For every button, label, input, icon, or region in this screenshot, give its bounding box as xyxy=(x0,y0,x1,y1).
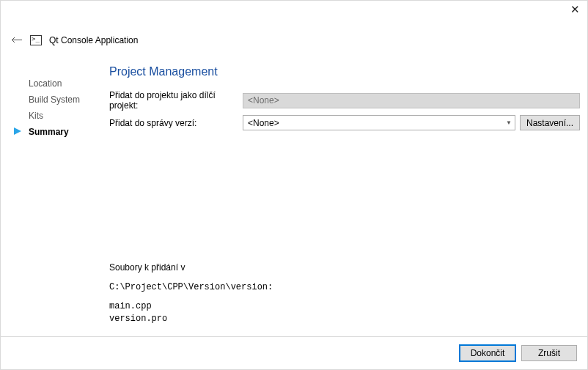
step-build-system: Build System xyxy=(29,92,102,108)
subproject-value: <None> xyxy=(248,95,279,106)
subproject-combo: <None> ▼ xyxy=(243,93,580,108)
body: Location Build System Kits Summary Proje… xyxy=(1,65,587,333)
file-item: main.cpp xyxy=(109,300,273,313)
file-item: version.pro xyxy=(109,313,273,325)
page-title: Project Management xyxy=(109,65,580,78)
files-path: C:\Project\CPP\Version\version: xyxy=(109,281,273,294)
step-kits: Kits xyxy=(29,108,102,124)
step-summary: Summary xyxy=(29,124,102,140)
app-title: Qt Console Application xyxy=(49,35,138,45)
finish-button[interactable]: Dokončit xyxy=(460,345,515,361)
header: 🡐 Qt Console Application xyxy=(11,34,138,47)
subproject-row: Přidat do projektu jako dílčí projekt: <… xyxy=(109,90,580,111)
wizard-window: ✕ 🡐 Qt Console Application Location Buil… xyxy=(0,0,588,370)
vcs-value: <None> xyxy=(248,118,279,128)
wizard-steps: Location Build System Kits Summary xyxy=(29,75,102,140)
files-area: Soubory k přidání v C:\Project\CPP\Versi… xyxy=(109,262,273,325)
back-arrow-icon[interactable]: 🡐 xyxy=(11,34,23,47)
vcs-label: Přidat do správy verzí: xyxy=(109,118,238,128)
files-caption: Soubory k přidání v xyxy=(109,262,273,274)
vcs-row: Přidat do správy verzí: <None> ▼ Nastave… xyxy=(109,115,580,130)
footer: Dokončit Zrušit xyxy=(1,336,587,369)
chevron-down-icon: ▼ xyxy=(506,119,512,126)
console-icon xyxy=(30,35,42,45)
close-icon[interactable]: ✕ xyxy=(570,4,580,15)
vcs-combo[interactable]: <None> ▼ xyxy=(243,115,515,130)
files-list: main.cpp version.pro xyxy=(109,300,273,325)
vcs-settings-button[interactable]: Nastavení... xyxy=(520,115,580,130)
step-location: Location xyxy=(29,75,102,92)
cancel-button[interactable]: Zrušit xyxy=(521,345,577,361)
subproject-label: Přidat do projektu jako dílčí projekt: xyxy=(109,90,238,111)
main-panel: Project Management Přidat do projektu ja… xyxy=(109,65,580,333)
